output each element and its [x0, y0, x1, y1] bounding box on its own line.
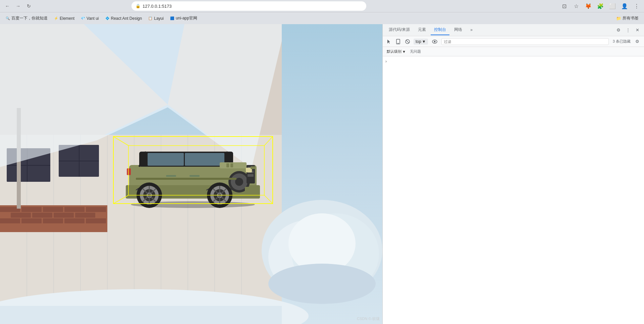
bookmark-baidu[interactable]: 🔍 百度一下，你就知道: [3, 14, 50, 22]
car-svg: [116, 138, 270, 209]
svg-rect-50: [148, 153, 184, 166]
window-icon[interactable]: ⬜: [608, 1, 617, 11]
devtools-tab-elements[interactable]: 元素: [415, 25, 429, 35]
bookmark-uniapp-label: uni-app官网: [176, 15, 197, 21]
svg-rect-23: [86, 207, 106, 212]
svg-rect-36: [0, 306, 282, 324]
forward-button[interactable]: →: [13, 1, 23, 11]
profile-icon[interactable]: 👤: [620, 1, 629, 11]
nav-buttons: ← → ↻: [3, 1, 34, 11]
lock-icon: 🔒: [136, 4, 141, 8]
all-bookmarks-label: 所有书签: [623, 15, 639, 21]
svg-rect-61: [245, 187, 257, 193]
back-icon: ←: [5, 3, 10, 9]
devtools-console-toolbar: top ▼ 3 条已隐藏 ⚙: [383, 36, 644, 47]
address-bar[interactable]: 🔒 127.0.0.1:5173: [131, 1, 366, 11]
devtools-tools-right: ⚙ ⋮ ✕: [614, 26, 641, 34]
folder-icon: 📁: [616, 16, 621, 21]
uniapp-icon: 🟦: [170, 16, 174, 21]
svg-rect-82: [251, 166, 255, 169]
back-button[interactable]: ←: [3, 1, 12, 11]
bookmark-uniapp[interactable]: 🟦 uni-app官网: [167, 14, 200, 22]
react-antd-icon: 💠: [105, 16, 110, 21]
reload-button[interactable]: ↻: [24, 1, 34, 11]
no-issues-label: 无问题: [410, 49, 421, 54]
devtools-device-button[interactable]: [395, 38, 401, 45]
bookmark-element[interactable]: ⚡ Element: [51, 15, 77, 22]
level-selector[interactable]: 默认级别 ▼: [385, 48, 407, 55]
car-container: [116, 138, 270, 209]
svg-rect-81: [127, 168, 131, 175]
url-text: 127.0.0.1:5173: [143, 4, 172, 9]
svg-rect-17: [59, 161, 99, 161]
console-filter-input[interactable]: [441, 38, 609, 45]
svg-rect-24: [11, 213, 31, 218]
eye-button[interactable]: [431, 39, 439, 44]
devtools-settings-button[interactable]: ⚙: [614, 26, 623, 34]
svg-rect-64: [190, 175, 200, 177]
svg-rect-27: [75, 213, 95, 218]
vant-icon: 💎: [80, 16, 85, 21]
browser-viewport: CSDN ©-软珑: [0, 24, 382, 324]
svg-rect-14: [7, 165, 50, 166]
devtools-subbar: 默认级别 ▼ 无问题: [383, 47, 644, 56]
bookmark-layui-label: Layui: [154, 16, 164, 21]
devtools-ban-button[interactable]: [404, 38, 411, 45]
svg-rect-63: [166, 175, 176, 177]
eye-icon: [432, 40, 437, 44]
title-bar: ← → ↻ 🔒 127.0.0.1:5173 ⊡ ☆ 🦊 🧩 ⬜ 👤 ⋮: [0, 0, 644, 12]
bookmark-baidu-label: 百度一下，你就知道: [11, 15, 48, 21]
reload-icon: ↻: [27, 3, 31, 9]
devtools-inspect-button[interactable]: [385, 38, 392, 45]
console-settings-icon: ⚙: [635, 39, 639, 44]
devtools-tab-network[interactable]: 网络: [451, 25, 466, 35]
browser-toolbar-right: ⊡ ☆ 🦊 🧩 ⬜ 👤 ⋮: [559, 1, 641, 11]
svg-rect-28: [0, 218, 20, 223]
devtools-tab-sources[interactable]: 源代码/来源: [385, 25, 413, 35]
svg-rect-59: [248, 174, 254, 177]
svg-rect-26: [54, 213, 74, 218]
more-options-icon[interactable]: ⋮: [632, 1, 641, 11]
bookmark-react-antd[interactable]: 💠 React Ant Design: [102, 15, 145, 22]
bookmark-layui[interactable]: 📋 Layui: [145, 15, 166, 22]
translate-icon[interactable]: ⊡: [559, 1, 569, 11]
main-area: CSDN ©-软珑 源代码/来源 元素 控制台 网络 » ⚙ ⋮ ✕: [0, 24, 644, 324]
layui-icon: 📋: [148, 16, 153, 21]
puzzle-icon[interactable]: 🧩: [596, 1, 605, 11]
extension-icon[interactable]: 🦊: [584, 1, 593, 11]
svg-rect-20: [21, 207, 42, 212]
bookmark-vant[interactable]: 💎 Vant ui: [78, 15, 101, 22]
svg-rect-62: [136, 178, 236, 180]
svg-line-94: [406, 40, 409, 43]
svg-point-96: [434, 41, 435, 42]
inspect-icon: [386, 39, 391, 44]
hidden-count-label: 3 条已隐藏: [613, 39, 631, 44]
bookmark-vant-label: Vant ui: [87, 16, 99, 21]
level-dropdown-icon: ▼: [402, 50, 406, 54]
svg-rect-32: [86, 218, 106, 223]
devtools-close-button[interactable]: ✕: [633, 26, 641, 34]
level-label: 默认级别: [387, 49, 401, 54]
devtools-tab-more[interactable]: »: [467, 25, 476, 35]
context-dropdown-icon: ▼: [422, 39, 426, 44]
context-selector[interactable]: top ▼: [414, 39, 428, 45]
svg-rect-21: [43, 207, 63, 212]
svg-rect-51: [185, 153, 224, 166]
bookmark-star-icon[interactable]: ☆: [572, 1, 581, 11]
svg-rect-30: [43, 218, 63, 223]
svg-point-41: [268, 264, 376, 304]
bookmarks-bar: 🔍 百度一下，你就知道 ⚡ Element 💎 Vant ui 💠 React …: [0, 12, 644, 24]
svg-rect-25: [32, 213, 52, 218]
device-icon: [395, 39, 401, 44]
console-settings-button[interactable]: ⚙: [633, 38, 641, 46]
console-prompt[interactable]: ›: [385, 59, 387, 64]
all-bookmarks-button[interactable]: 📁 所有书签: [613, 14, 641, 22]
svg-rect-83: [226, 163, 229, 167]
baidu-icon: 🔍: [5, 16, 10, 21]
ban-icon: [405, 39, 410, 44]
devtools-header: 源代码/来源 元素 控制台 网络 » ⚙ ⋮ ✕: [383, 24, 644, 36]
devtools-more-button[interactable]: ⋮: [624, 26, 632, 34]
devtools-tab-console[interactable]: 控制台: [431, 25, 449, 35]
svg-rect-22: [64, 207, 85, 212]
bookmark-element-label: Element: [60, 16, 74, 21]
